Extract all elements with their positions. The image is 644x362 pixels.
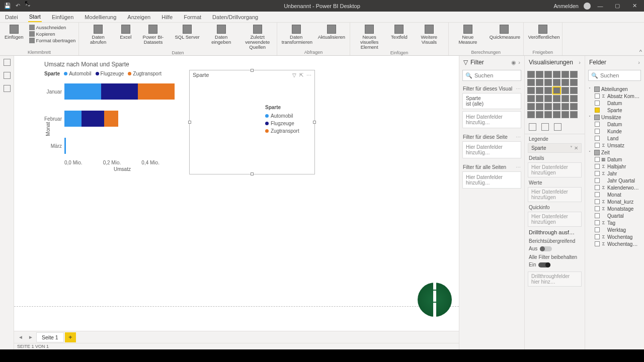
textbox-button[interactable]: Textfeld bbox=[389, 25, 409, 40]
ribbon-tab[interactable]: Anzeigen bbox=[126, 13, 151, 22]
visual-type-icon[interactable] bbox=[536, 95, 543, 102]
ribbon-tab[interactable]: Daten/Drillvorgang bbox=[211, 13, 259, 22]
tooltip-well[interactable]: Hier Datenfelder hinzufügen bbox=[528, 212, 582, 227]
quickmeasure-button[interactable]: Quickmeasure bbox=[488, 25, 520, 40]
visual-type-icon[interactable] bbox=[527, 87, 535, 94]
visual-type-icon[interactable] bbox=[570, 103, 578, 110]
collapse-ribbon-icon[interactable]: ^ bbox=[639, 49, 642, 55]
more-icon[interactable]: ⋯ bbox=[516, 164, 521, 170]
visual-type-icon[interactable] bbox=[561, 103, 569, 110]
field-node[interactable]: ΣHalbjahr bbox=[587, 163, 642, 170]
field-node[interactable]: Werktag bbox=[587, 226, 642, 233]
newmeasure-button[interactable]: Neue Measure bbox=[452, 25, 484, 45]
slicer-item[interactable]: Automobil bbox=[265, 113, 309, 119]
visual-type-icon[interactable] bbox=[561, 111, 569, 118]
morevisuals-button[interactable]: Weitere Visuals bbox=[413, 25, 445, 45]
resize-handle[interactable] bbox=[188, 121, 191, 124]
excel-button[interactable]: Excel bbox=[118, 25, 133, 40]
visual-type-icon[interactable] bbox=[527, 79, 535, 86]
filter-dropzone[interactable]: Hier Datenfelder hinzufüg… bbox=[462, 171, 521, 189]
expand-icon[interactable]: › bbox=[638, 59, 640, 65]
field-node[interactable]: ΣWochentag bbox=[587, 233, 642, 240]
bar-chart-visual[interactable]: Umsatz nach Monat und Sparte SparteAutom… bbox=[44, 61, 180, 172]
ribbon-tab[interactable]: Modellierung bbox=[84, 13, 117, 22]
filter-search[interactable]: 🔍 bbox=[462, 70, 521, 81]
visual-type-icon[interactable] bbox=[544, 79, 552, 86]
field-node[interactable]: ΣMonat_kurz bbox=[587, 198, 642, 205]
more-icon[interactable]: ⋯ bbox=[516, 86, 521, 92]
slicer-item[interactable]: Flugzeuge bbox=[265, 121, 309, 126]
analytics-tab-icon[interactable] bbox=[554, 123, 561, 131]
cut-button[interactable]: Ausschneiden bbox=[29, 25, 76, 30]
filter-icon[interactable]: ▽ bbox=[292, 72, 296, 78]
copy-button[interactable]: Kopieren bbox=[29, 31, 76, 37]
visual-type-icon[interactable] bbox=[544, 71, 552, 78]
pbidatasets-button[interactable]: Power BI-Datasets bbox=[137, 25, 169, 45]
details-well[interactable]: Hier Datenfelder hinzufügen bbox=[528, 162, 582, 177]
visual-type-icon[interactable] bbox=[561, 79, 569, 86]
visual-type-icon[interactable] bbox=[561, 71, 569, 78]
visual-type-icon[interactable] bbox=[553, 87, 560, 94]
newvisual-button[interactable]: Neues visuelles Element bbox=[353, 25, 385, 50]
sqlserver-button[interactable]: SQL Server bbox=[173, 25, 201, 40]
field-node[interactable]: ΣMonatstage bbox=[587, 205, 642, 212]
ribbon-tab[interactable]: Datei bbox=[4, 13, 19, 22]
maximize-button[interactable]: ▢ bbox=[610, 0, 625, 12]
page-next-button[interactable]: ► bbox=[26, 333, 35, 342]
slicer-visual[interactable]: Sparte ▽ ⇱ ⋯ Sparte AutomobilFlugzeugeZu… bbox=[189, 70, 315, 174]
field-node[interactable]: Land bbox=[587, 135, 642, 142]
visual-type-icon[interactable] bbox=[536, 71, 543, 78]
recentsources-button[interactable]: Zuletzt verwendete Quellen bbox=[242, 25, 274, 50]
field-node[interactable]: Datum bbox=[587, 100, 642, 107]
page-tab[interactable]: Seite 1 bbox=[36, 332, 64, 342]
model-view-icon[interactable] bbox=[4, 85, 11, 92]
visual-type-icon[interactable] bbox=[527, 71, 535, 78]
report-canvas[interactable]: Umsatz nach Monat und Sparte SparteAutom… bbox=[14, 56, 459, 331]
page-prev-button[interactable]: ◄ bbox=[16, 333, 25, 342]
visual-type-icon[interactable] bbox=[544, 103, 552, 110]
format-tab-icon[interactable] bbox=[541, 123, 549, 131]
visual-type-icon[interactable] bbox=[553, 95, 560, 102]
visual-type-icon[interactable] bbox=[570, 111, 578, 118]
visual-type-icon[interactable] bbox=[553, 111, 560, 118]
field-node[interactable]: Quartal bbox=[587, 212, 642, 219]
transform-button[interactable]: Daten transformieren bbox=[280, 25, 312, 45]
signin-link[interactable]: Anmelden bbox=[550, 3, 582, 9]
fields-tab-icon[interactable] bbox=[529, 123, 536, 131]
save-icon[interactable]: 💾 bbox=[4, 3, 11, 10]
visual-type-icon[interactable] bbox=[544, 87, 552, 94]
chevron-down-icon[interactable]: ˅ bbox=[570, 145, 573, 151]
report-view-icon[interactable] bbox=[4, 59, 11, 66]
expand-icon[interactable]: › bbox=[518, 59, 520, 66]
add-page-button[interactable]: + bbox=[65, 332, 76, 342]
getdata-button[interactable]: Daten abrufen bbox=[82, 25, 114, 45]
visual-type-icon[interactable] bbox=[570, 79, 578, 86]
visual-type-icon[interactable] bbox=[536, 79, 543, 86]
table-node[interactable]: ˅Abteilungen bbox=[587, 85, 642, 93]
visual-type-icon[interactable] bbox=[553, 103, 560, 110]
keepfilters-toggle[interactable]: Ein bbox=[525, 261, 585, 268]
field-node[interactable]: Kunde bbox=[587, 128, 642, 135]
slicer-item[interactable]: Zugtransport bbox=[265, 128, 309, 134]
redo-icon[interactable]: ↷ bbox=[24, 3, 31, 10]
visual-type-icon[interactable] bbox=[527, 95, 535, 102]
filter-card[interactable]: Sparteist (alle) bbox=[462, 93, 521, 109]
field-node[interactable]: Jahr Quartal bbox=[587, 177, 642, 184]
enterdata-button[interactable]: Daten eingeben bbox=[205, 25, 237, 45]
visual-type-icon[interactable] bbox=[536, 111, 543, 118]
field-node[interactable]: ΣUmsatz bbox=[587, 142, 642, 149]
focus-icon[interactable]: ⇱ bbox=[299, 72, 303, 78]
field-node[interactable]: ΣWochentag… bbox=[587, 240, 642, 247]
table-node[interactable]: ˅Umsätze bbox=[587, 114, 642, 121]
resize-handle[interactable] bbox=[313, 121, 316, 124]
eye-icon[interactable]: ◉ bbox=[511, 59, 516, 66]
visual-type-icon[interactable] bbox=[553, 79, 560, 86]
paste-button[interactable]: Einfügen bbox=[3, 25, 25, 40]
field-node[interactable]: ΣAbsatz Kom… bbox=[587, 93, 642, 100]
ribbon-tab[interactable]: Einfügen bbox=[51, 13, 74, 22]
more-icon[interactable]: ⋯ bbox=[516, 134, 521, 140]
visual-type-icon[interactable] bbox=[527, 103, 535, 110]
visual-type-icon[interactable] bbox=[544, 95, 552, 102]
ribbon-tab[interactable]: Hilfe bbox=[160, 13, 174, 22]
filter-dropzone[interactable]: Hier Datenfelder hinzufüg… bbox=[462, 141, 521, 158]
